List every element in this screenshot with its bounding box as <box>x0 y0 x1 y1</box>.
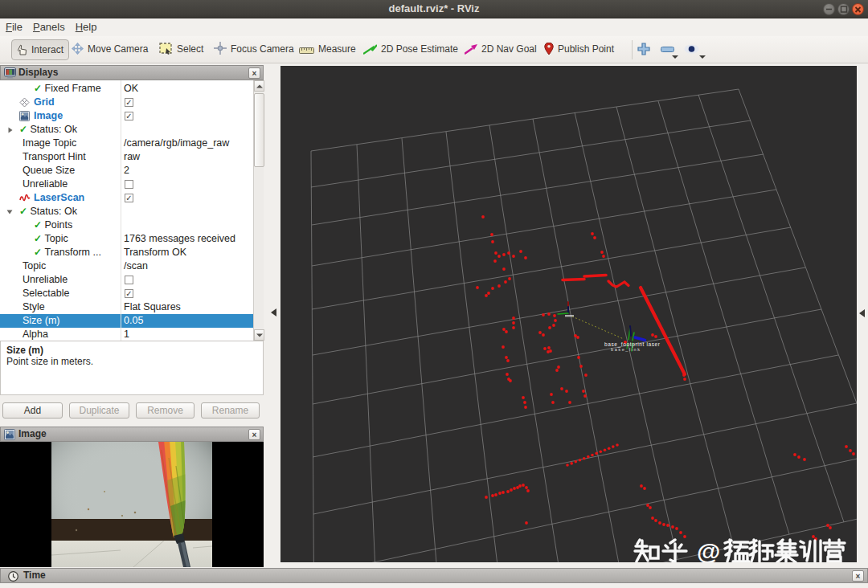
svg-text:@: @ <box>697 538 720 562</box>
svg-text:base_link: base_link <box>611 347 640 352</box>
